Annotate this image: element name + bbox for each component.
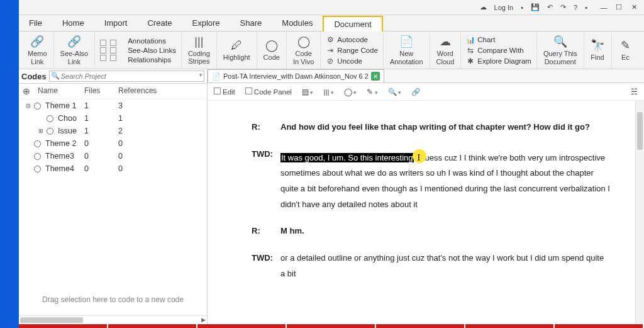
code-circle-icon[interactable] [34, 140, 41, 147]
col-files[interactable]: Files [84, 86, 118, 96]
search-input[interactable] [49, 71, 204, 82]
window-minimize-icon[interactable]: — [596, 2, 611, 13]
cloud-icon[interactable]: ☁ [480, 3, 487, 11]
mini-icon[interactable] [110, 55, 116, 61]
stripes-dropdown[interactable]: ||| [323, 88, 333, 96]
ribbon-word-cloud[interactable]: ☁ Word Cloud [430, 31, 462, 69]
zoom-dropdown[interactable]: 🔍 [388, 88, 402, 96]
expander-icon[interactable]: ⊟ [23, 103, 34, 109]
speaker-label: TWD: [252, 147, 280, 213]
doc-file-icon: 📄 [212, 72, 221, 81]
ribbon-compare-with[interactable]: ⇆Compare With [466, 46, 524, 55]
ribbon-uncode[interactable]: ⊘Uncode [326, 57, 362, 65]
ribbon-link-views: Annotations See-Also Links Relationships [123, 31, 182, 69]
ribbon-seealso-link[interactable]: 🔗 See-Also Link [54, 31, 96, 69]
ribbon-annotations[interactable]: Annotations [128, 37, 166, 45]
menu-share[interactable]: Share [230, 15, 272, 31]
code-circle-icon[interactable] [34, 166, 41, 172]
col-name[interactable]: Name [38, 86, 84, 96]
doc-body[interactable]: R: And how did you feel like that chap w… [208, 101, 635, 324]
add-code-icon[interactable]: ⊕ [23, 86, 38, 96]
code-circle-icon[interactable] [47, 115, 53, 122]
menu-import[interactable]: Import [94, 15, 138, 31]
layout-dropdown[interactable]: ▤ [302, 88, 314, 96]
query-icon: 🔍 [553, 35, 567, 48]
code-circle-icon[interactable] [47, 128, 53, 135]
ribbon-seealso-links[interactable]: See-Also Links [128, 47, 176, 54]
undo-icon[interactable]: ↶ [547, 3, 553, 11]
ribbon-find[interactable]: 🔭 Find [584, 31, 612, 69]
code-name: Theme 2 [45, 139, 84, 148]
mini-icon[interactable] [100, 40, 106, 46]
code-circle-icon[interactable] [34, 103, 41, 110]
ribbon-query-this[interactable]: 🔍 Query This Document [537, 31, 584, 69]
code-row[interactable]: Choo11 [19, 112, 207, 125]
vscroll-thumb[interactable] [637, 112, 643, 150]
pen-dropdown[interactable]: ✎ [367, 88, 378, 96]
sidebar-hscroll[interactable]: ◀ ▶ [19, 315, 207, 324]
ribbon-range-code[interactable]: ⇥Range Code [326, 46, 378, 55]
window-close-icon[interactable]: ✕ [626, 2, 641, 13]
menu-explore[interactable]: Explore [182, 15, 230, 31]
menu-create[interactable]: Create [137, 15, 182, 31]
code-circle-icon[interactable] [34, 153, 41, 160]
ribbon-coding-stripes[interactable]: ||| Coding Stripes [182, 31, 217, 69]
chevron-down-icon[interactable]: ▾ [199, 72, 203, 78]
app-handle-icon[interactable] [4, 19, 14, 29]
ribbon-code[interactable]: ◯ Code [257, 31, 287, 69]
code-row[interactable]: ⊟Theme 113 [19, 99, 207, 112]
menu-file[interactable]: File [19, 15, 52, 31]
ribbon-code-invivo[interactable]: ◯ Code In Vivo [287, 31, 321, 69]
scroll-right-icon[interactable]: ▶ [201, 317, 206, 323]
text-selection[interactable]: It was good, I um. So this interesting [280, 153, 414, 162]
mini-icon[interactable] [110, 40, 116, 46]
codes-list: ⊟Theme 113Choo11⊞Issue12Theme 200Theme30… [19, 99, 207, 175]
code-row[interactable]: Theme400 [19, 162, 207, 175]
mini-icon[interactable] [110, 47, 116, 54]
ribbon-chart[interactable]: 📊Chart [466, 35, 495, 44]
ribbon-relationships[interactable]: Relationships [128, 56, 171, 64]
utterance[interactable]: or a detailed outline or anything just c… [280, 251, 610, 281]
expander-icon[interactable]: ⊞ [35, 128, 47, 134]
chart-icon: 📊 [466, 35, 475, 44]
ribbon-autocode[interactable]: ⚙Autocode [326, 35, 368, 44]
link-tool[interactable]: 🔗 [411, 88, 420, 96]
speaker-label: TWD: [252, 251, 280, 281]
doc-vscroll[interactable] [635, 101, 644, 324]
code-files: 0 [84, 139, 118, 148]
menu-home[interactable]: Home [52, 15, 94, 31]
code-row[interactable]: Theme300 [19, 150, 207, 162]
panel-layout-icon[interactable]: ☵ [631, 88, 638, 96]
window-restore-icon[interactable]: ☐ [611, 2, 626, 13]
ribbon-new-annotation[interactable]: 📄 New Annotation [384, 31, 430, 69]
login-link[interactable]: Log In [494, 4, 514, 11]
menu-document[interactable]: Document [323, 16, 382, 31]
ribbon-highlight[interactable]: 🖊 Highlight [217, 31, 257, 69]
hscroll-thumb[interactable] [20, 317, 83, 323]
ribbon-memo-link[interactable]: 🔗 Memo Link [21, 31, 54, 69]
close-icon[interactable]: ✕ [371, 72, 380, 81]
mini-icon[interactable] [100, 47, 106, 54]
help-icon[interactable]: ? [574, 4, 577, 11]
annotation-icon: 📄 [399, 35, 413, 48]
utterance[interactable]: M hm. [280, 223, 610, 239]
edit-toggle[interactable]: Edit [214, 88, 235, 96]
col-refs[interactable]: References [118, 86, 203, 96]
code-row[interactable]: ⊞Issue12 [19, 125, 207, 137]
code-invivo-icon: ◯ [297, 35, 310, 48]
video-progress-bar[interactable] [19, 324, 644, 328]
code-panel-toggle[interactable]: Code Panel [245, 88, 292, 96]
save-icon[interactable]: 💾 [531, 3, 540, 11]
utterance[interactable]: And how did you feel like that chap writ… [280, 120, 610, 135]
redo-icon[interactable]: ↷ [560, 3, 566, 11]
circle-dropdown[interactable]: ◯ [344, 88, 357, 96]
link-icon: 🔗 [67, 35, 81, 48]
ribbon-explore-diagram[interactable]: ✱Explore Diagram [466, 57, 531, 65]
ribbon-edit-cut[interactable]: ✎ Ec [612, 31, 640, 69]
menu-modules[interactable]: Modules [272, 15, 323, 31]
code-refs: 1 [118, 114, 203, 123]
code-row[interactable]: Theme 200 [19, 137, 207, 150]
mini-icon[interactable] [100, 55, 106, 61]
doc-tab[interactable]: 📄 Post-TA Interview_with Dawn Atkinson_N… [208, 69, 384, 82]
utterance[interactable]: It was good, I um. So this interestingue… [280, 147, 610, 213]
